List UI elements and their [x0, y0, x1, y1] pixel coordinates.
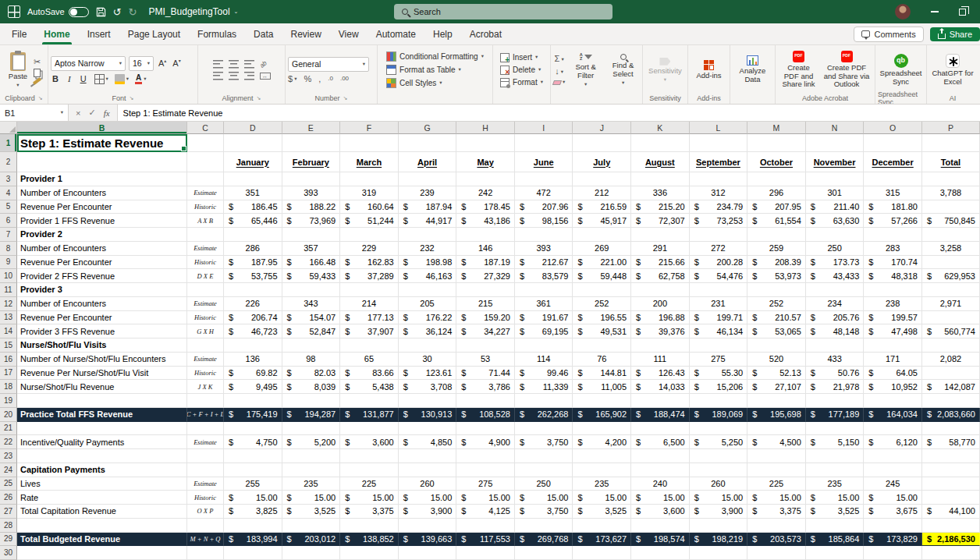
cell-value[interactable]: 315	[864, 186, 922, 200]
cell-total-value[interactable]: 3,788	[922, 186, 980, 200]
cell-row-label[interactable]: Provider 1 FFS Revenue	[17, 214, 187, 228]
cell-value[interactable]	[690, 338, 748, 353]
cell-value[interactable]: 520	[747, 353, 806, 367]
cell-value[interactable]	[282, 463, 341, 477]
row-header-9[interactable]: 9	[0, 256, 17, 270]
cell-month-february[interactable]: February	[282, 152, 341, 172]
tab-page-layout[interactable]: Page Layout	[119, 23, 189, 44]
column-header-B[interactable]: B	[17, 122, 187, 134]
cell-sheet-title[interactable]: Step 1: Estimate Revenue	[17, 134, 187, 152]
autosave-toggle[interactable]: AutoSave	[27, 7, 89, 17]
cell-value[interactable]: $269,768	[515, 533, 573, 547]
copy-button[interactable]	[34, 69, 41, 77]
row-header-29[interactable]: 29	[0, 533, 17, 547]
top-align-icon[interactable]	[213, 60, 223, 69]
cell-value[interactable]	[399, 283, 457, 297]
row-header-12[interactable]: 12	[0, 297, 17, 311]
cell-value[interactable]: 235	[806, 477, 865, 491]
cell-value[interactable]: $65,446	[224, 214, 282, 228]
row-header-14[interactable]: 14	[0, 324, 17, 338]
cell-value[interactable]: $3,600	[340, 435, 399, 449]
cell-value[interactable]	[747, 172, 806, 186]
cell-value[interactable]: $170.74	[864, 256, 922, 270]
cell-row-label[interactable]: Capitation Payments	[17, 463, 187, 477]
cell-total-value[interactable]	[922, 477, 980, 491]
cell-value[interactable]: $187.94	[399, 200, 457, 214]
clear-button[interactable]: ▾	[553, 80, 565, 85]
cell-value[interactable]: 226	[224, 297, 282, 311]
cell-formula-tag[interactable]: C + F + I + L	[187, 408, 224, 422]
cell-formula-tag[interactable]: O X P	[187, 505, 224, 519]
cell-row-label[interactable]: Revenue Per Encounter	[17, 311, 187, 325]
cell-value[interactable]	[456, 422, 515, 436]
select-all-corner[interactable]	[0, 122, 17, 134]
cell-total-value[interactable]	[922, 338, 980, 353]
cell-formula-tag[interactable]: A X B	[187, 214, 224, 228]
cell-value[interactable]	[806, 449, 865, 463]
cell-value[interactable]: 393	[282, 186, 341, 200]
dialog-launcher-icon[interactable]: ↘	[257, 95, 261, 101]
cell-value[interactable]: $216.59	[573, 200, 631, 214]
cell-value[interactable]: $15.00	[573, 491, 631, 505]
cell-formula-tag[interactable]: Historic	[187, 311, 224, 325]
cell-empty[interactable]	[187, 134, 224, 152]
cell-value[interactable]	[631, 519, 690, 533]
cell-value[interactable]	[340, 172, 399, 186]
cell-value[interactable]: $47,498	[864, 324, 922, 338]
cell-value[interactable]: 171	[864, 353, 922, 367]
cell-value[interactable]: 296	[747, 186, 806, 200]
enter-entry-icon[interactable]: ✓	[88, 108, 95, 118]
cell-value[interactable]	[456, 172, 515, 186]
cell-value[interactable]	[631, 283, 690, 297]
column-header-E[interactable]: E	[282, 122, 341, 134]
cell-value[interactable]: 215	[456, 297, 515, 311]
chatgpt-button[interactable]: ChatGPT for Excel	[929, 52, 976, 88]
cell-value[interactable]	[340, 422, 399, 436]
cell-value[interactable]: 252	[573, 297, 631, 311]
cell-total-value[interactable]	[922, 463, 980, 477]
cell-formula-tag[interactable]	[187, 546, 224, 560]
cell-value[interactable]	[573, 283, 631, 297]
cell-value[interactable]: $188.22	[282, 200, 341, 214]
cell-value[interactable]: $83.66	[340, 367, 399, 381]
cell-value[interactable]: 260	[399, 477, 457, 491]
cell-value[interactable]	[806, 463, 865, 477]
row-header-22[interactable]: 22	[0, 435, 17, 449]
cell-row-label[interactable]	[17, 422, 187, 436]
tab-home[interactable]: Home	[35, 23, 78, 44]
cell-value[interactable]	[864, 172, 922, 186]
cell-value[interactable]: $211.40	[806, 200, 865, 214]
cell-value[interactable]: $166.48	[282, 256, 341, 270]
row-header-17[interactable]: 17	[0, 367, 17, 381]
user-avatar[interactable]	[895, 4, 911, 19]
cell-month-april[interactable]: April	[399, 152, 457, 172]
cell-value[interactable]	[399, 338, 457, 353]
autosave-switch-icon[interactable]	[69, 7, 89, 17]
cell-value[interactable]	[399, 422, 457, 436]
cell-total-value[interactable]	[922, 256, 980, 270]
cell-value[interactable]	[806, 546, 865, 560]
cell-value[interactable]: $159.20	[456, 311, 515, 325]
row-header-26[interactable]: 26	[0, 491, 17, 505]
cell-formula-tag[interactable]: Historic	[187, 491, 224, 505]
cell-value[interactable]: $52,847	[282, 324, 341, 338]
align-center-icon[interactable]	[229, 72, 239, 80]
cell-formula-tag[interactable]: D X E	[187, 269, 224, 283]
cell-value[interactable]: 200	[631, 297, 690, 311]
cell-value[interactable]: $3,750	[515, 435, 573, 449]
cell-value[interactable]: $188,474	[631, 408, 690, 422]
row-header-8[interactable]: 8	[0, 242, 17, 256]
row-header-6[interactable]: 6	[0, 214, 17, 228]
cell-value[interactable]	[864, 338, 922, 353]
cell-value[interactable]	[515, 338, 573, 353]
cell-value[interactable]	[456, 546, 515, 560]
spreadsheet-sync-button[interactable]: qb Spreadsheet Sync	[878, 52, 925, 88]
cell-value[interactable]: 76	[573, 353, 631, 367]
cell-value[interactable]	[864, 463, 922, 477]
cell-value[interactable]: $48,148	[806, 324, 865, 338]
cell-value[interactable]	[631, 172, 690, 186]
cell-value[interactable]	[690, 546, 748, 560]
cell-value[interactable]	[573, 449, 631, 463]
cell-row-label[interactable]: Provider 2 FFS Revenue	[17, 269, 187, 283]
cell-value[interactable]	[224, 394, 282, 408]
